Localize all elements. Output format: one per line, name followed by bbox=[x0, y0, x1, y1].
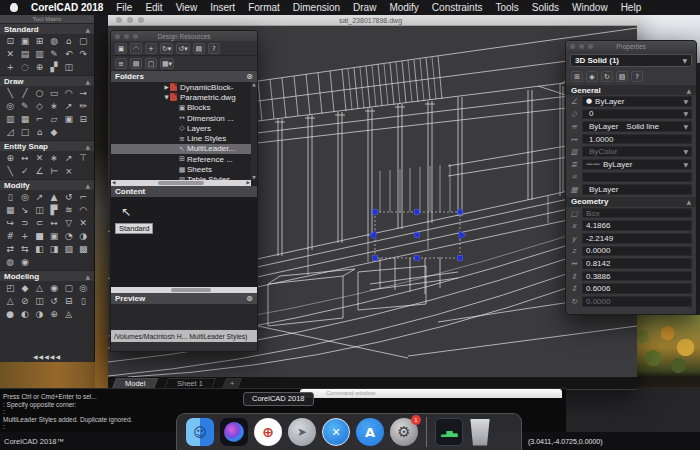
tool-icon[interactable]: ▥ bbox=[3, 113, 18, 126]
expand-arrow-icon[interactable]: ▼ bbox=[163, 94, 170, 100]
property-field[interactable]: ● ByLayer ▼ bbox=[582, 96, 692, 107]
geometry-section-header[interactable]: Geometry ▲ bbox=[566, 197, 696, 207]
tool-icon[interactable]: ▢ bbox=[76, 35, 91, 48]
tool-icon[interactable]: ◇ bbox=[32, 100, 47, 113]
toolbar-button[interactable]: ▢ bbox=[145, 58, 157, 69]
menu-item[interactable]: Help bbox=[621, 2, 642, 13]
close-icon[interactable]: ⊗ bbox=[246, 294, 253, 303]
toolbar-button[interactable]: ? bbox=[631, 71, 643, 82]
property-field[interactable]: -2.2149 bbox=[582, 233, 692, 244]
folders-header[interactable]: Folders ⊗ bbox=[111, 71, 257, 82]
tool-icon[interactable]: ⌐ bbox=[32, 113, 47, 126]
tool-icon[interactable]: ✎ bbox=[18, 100, 33, 113]
property-field[interactable]: 0.0000 bbox=[582, 246, 692, 257]
app-menu[interactable]: CorelCAD 2018 bbox=[31, 2, 103, 13]
toolbar-button[interactable]: ◈ bbox=[586, 71, 598, 82]
section-header[interactable]: Modify ▲ bbox=[0, 179, 94, 190]
tool-icon[interactable]: ⊕ bbox=[3, 152, 18, 165]
tool-icon[interactable]: ≋ bbox=[61, 204, 76, 217]
menu-item[interactable]: Format bbox=[248, 2, 280, 13]
tool-icon[interactable]: ◆ bbox=[18, 282, 33, 295]
menu-item[interactable]: Modify bbox=[389, 2, 418, 13]
tool-icon[interactable]: ✕ bbox=[3, 48, 18, 61]
toolbar-button[interactable]: ▣ bbox=[115, 43, 127, 54]
tool-icon[interactable]: ▥ bbox=[32, 48, 47, 61]
dock-icon[interactable] bbox=[426, 417, 427, 447]
minimize-window-button[interactable] bbox=[127, 17, 133, 23]
dock-icon[interactable]: ➤ bbox=[288, 418, 316, 446]
collapse-caret-icon[interactable]: ▲ bbox=[686, 87, 691, 94]
tool-icon[interactable]: ↷ bbox=[76, 48, 91, 61]
tree-item[interactable]: ◇ Layers bbox=[111, 123, 251, 133]
tool-icon[interactable]: ● bbox=[3, 308, 18, 321]
property-field[interactable]: 0.3886 bbox=[582, 271, 692, 282]
menu-item[interactable]: Constraints bbox=[432, 2, 483, 13]
tool-icon[interactable]: ▲ bbox=[47, 191, 62, 204]
tool-icon[interactable]: ▣ bbox=[47, 230, 62, 243]
dock-icon[interactable] bbox=[220, 418, 248, 446]
tool-icon[interactable]: ↔ bbox=[47, 217, 62, 230]
property-field[interactable]: 4.1866 bbox=[582, 220, 692, 231]
tree-item[interactable]: ▶ DynamicBlock- bbox=[111, 82, 251, 92]
tool-icon[interactable]: ↔ bbox=[18, 152, 33, 165]
toolbar-button[interactable]: ▤ bbox=[130, 58, 142, 69]
menu-item[interactable]: Dimension bbox=[293, 2, 340, 13]
preview-header[interactable]: Preview ⊗ bbox=[111, 293, 257, 304]
section-header[interactable]: Standard ▲ bbox=[0, 23, 94, 34]
tool-matrix-title[interactable]: Tool Matrix bbox=[0, 15, 94, 23]
expand-arrow-icon[interactable]: ▶ bbox=[163, 84, 170, 90]
dock-icon[interactable]: ☺ bbox=[186, 418, 214, 446]
command-history[interactable]: Press Ctrl or Cmd+Enter to sel...: Speci… bbox=[3, 393, 132, 431]
properties-title-bar[interactable]: Properties bbox=[566, 41, 696, 51]
tool-icon[interactable]: △ bbox=[3, 295, 18, 308]
tool-icon[interactable]: ↺ bbox=[61, 191, 76, 204]
tool-icon[interactable]: ⊂ bbox=[32, 217, 47, 230]
tree-item[interactable]: ▼ Parametric.dwg bbox=[111, 92, 251, 102]
tool-icon[interactable]: ▨ bbox=[61, 243, 76, 256]
tool-icon[interactable]: ◧ bbox=[32, 243, 47, 256]
tool-icon[interactable]: ✕ bbox=[76, 217, 91, 230]
entity-type-dropdown[interactable]: 3D Solid (1) ▼ bbox=[570, 54, 692, 67]
tool-icon[interactable]: ⊟ bbox=[76, 113, 91, 126]
tool-icon[interactable]: ∗ bbox=[47, 100, 62, 113]
tool-icon[interactable]: ▯ bbox=[76, 295, 91, 308]
property-field[interactable]: ByColor ▼ bbox=[582, 146, 692, 157]
dock-icon[interactable]: ⚙ 1 bbox=[390, 418, 418, 446]
content-horizontal-scrollbar[interactable] bbox=[111, 287, 257, 293]
tool-icon[interactable]: ∗ bbox=[47, 152, 62, 165]
tool-icon[interactable]: ▤ bbox=[18, 48, 33, 61]
tool-icon[interactable]: + bbox=[18, 230, 33, 243]
property-field[interactable]: 0.8142 bbox=[582, 258, 692, 269]
tool-icon[interactable]: ◠ bbox=[76, 204, 91, 217]
tool-icon[interactable]: ▦ bbox=[18, 113, 33, 126]
tool-icon[interactable]: ⊢ bbox=[47, 165, 62, 178]
apple-menu-icon[interactable] bbox=[10, 3, 18, 12]
menu-item[interactable]: Edit bbox=[145, 2, 162, 13]
tool-icon[interactable]: △ bbox=[32, 282, 47, 295]
menu-item[interactable]: Window bbox=[572, 2, 608, 13]
dock-icon[interactable]: ✕ bbox=[322, 418, 350, 446]
tool-icon[interactable]: ◫ bbox=[61, 61, 76, 74]
tool-icon[interactable]: ▱ bbox=[47, 113, 62, 126]
property-field[interactable]: ByLayer bbox=[582, 184, 692, 195]
tool-icon[interactable]: ⊞ bbox=[32, 35, 47, 48]
general-section-header[interactable]: General ▲ bbox=[566, 85, 696, 95]
tree-horizontal-scrollbar[interactable]: ◀▶ bbox=[111, 180, 251, 186]
tool-icon[interactable]: ◿ bbox=[3, 126, 18, 139]
tool-icon[interactable]: ◍ bbox=[47, 35, 62, 48]
collapse-caret-icon[interactable]: ▲ bbox=[85, 273, 90, 280]
toolbar-button[interactable]: + bbox=[145, 43, 157, 54]
tool-icon[interactable]: ◌ bbox=[18, 61, 33, 74]
toolbar-button[interactable]: ↻ bbox=[601, 71, 613, 82]
tool-icon[interactable]: ✕ bbox=[32, 152, 47, 165]
tool-icon[interactable]: ▽ bbox=[61, 217, 76, 230]
dock-icon[interactable]: A bbox=[356, 418, 384, 446]
tool-icon[interactable]: + bbox=[3, 61, 18, 74]
tool-icon[interactable]: ╱ bbox=[18, 87, 33, 100]
tool-icon[interactable]: ⌂ bbox=[61, 35, 76, 48]
tool-icon[interactable]: ↘ bbox=[18, 204, 33, 217]
tree-item[interactable]: ↔ Dimension ... bbox=[111, 113, 251, 123]
tool-icon[interactable]: ◎ bbox=[18, 191, 33, 204]
content-header[interactable]: Content bbox=[111, 186, 257, 197]
tool-icon[interactable]: ⌐ bbox=[76, 191, 91, 204]
